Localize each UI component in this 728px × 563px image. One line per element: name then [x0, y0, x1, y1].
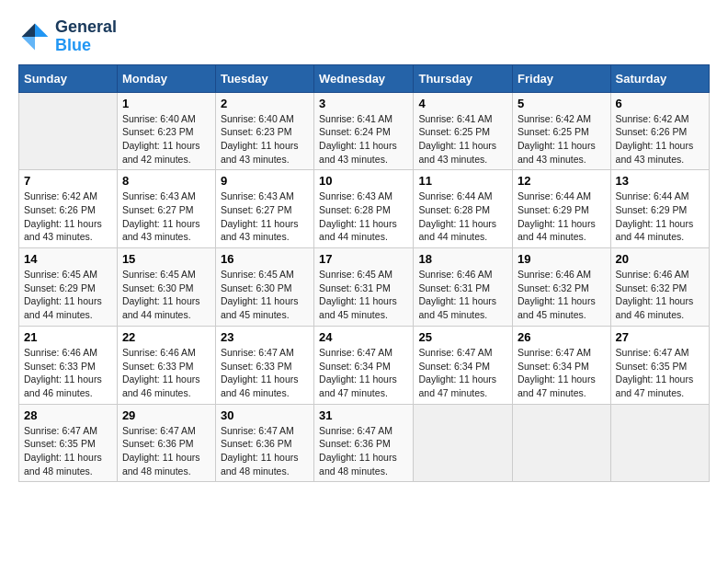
day-info: Sunrise: 6:47 AM Sunset: 6:34 PM Dayligh…	[418, 346, 507, 400]
calendar-cell: 11Sunrise: 6:44 AM Sunset: 6:28 PM Dayli…	[414, 170, 513, 248]
day-number: 24	[319, 330, 408, 344]
day-info: Sunrise: 6:47 AM Sunset: 6:34 PM Dayligh…	[319, 346, 408, 400]
calendar-cell: 8Sunrise: 6:43 AM Sunset: 6:27 PM Daylig…	[117, 170, 215, 248]
day-number: 26	[518, 330, 606, 344]
svg-marker-1	[22, 23, 35, 36]
day-info: Sunrise: 6:45 AM Sunset: 6:30 PM Dayligh…	[221, 268, 309, 322]
day-info: Sunrise: 6:44 AM Sunset: 6:28 PM Dayligh…	[418, 190, 507, 244]
calendar-cell: 16Sunrise: 6:45 AM Sunset: 6:30 PM Dayli…	[215, 248, 313, 327]
calendar-cell: 23Sunrise: 6:47 AM Sunset: 6:33 PM Dayli…	[215, 326, 313, 404]
day-info: Sunrise: 6:40 AM Sunset: 6:23 PM Dayligh…	[221, 112, 309, 167]
calendar-cell: 7Sunrise: 6:42 AM Sunset: 6:26 PM Daylig…	[19, 170, 118, 248]
logo-icon	[18, 20, 51, 53]
logo-text: General Blue	[55, 18, 117, 55]
day-number: 25	[418, 330, 507, 344]
calendar-cell: 30Sunrise: 6:47 AM Sunset: 6:36 PM Dayli…	[215, 404, 313, 482]
calendar-header-cell: Saturday	[610, 64, 709, 92]
calendar-cell: 20Sunrise: 6:46 AM Sunset: 6:32 PM Dayli…	[610, 248, 709, 327]
calendar-cell: 17Sunrise: 6:45 AM Sunset: 6:31 PM Dayli…	[314, 248, 414, 327]
calendar-cell: 21Sunrise: 6:46 AM Sunset: 6:33 PM Dayli…	[19, 326, 118, 404]
calendar-cell: 13Sunrise: 6:44 AM Sunset: 6:29 PM Dayli…	[610, 170, 709, 248]
day-info: Sunrise: 6:47 AM Sunset: 6:35 PM Dayligh…	[616, 346, 704, 400]
day-number: 7	[24, 174, 112, 188]
day-number: 10	[319, 174, 408, 188]
day-number: 11	[418, 174, 507, 188]
logo: General Blue	[18, 18, 117, 55]
day-info: Sunrise: 6:41 AM Sunset: 6:24 PM Dayligh…	[319, 112, 408, 167]
day-number: 12	[518, 174, 606, 188]
day-info: Sunrise: 6:46 AM Sunset: 6:31 PM Dayligh…	[418, 268, 507, 322]
day-info: Sunrise: 6:46 AM Sunset: 6:32 PM Dayligh…	[616, 268, 704, 322]
calendar-cell: 9Sunrise: 6:43 AM Sunset: 6:27 PM Daylig…	[215, 170, 313, 248]
day-number: 1	[122, 97, 210, 110]
day-info: Sunrise: 6:44 AM Sunset: 6:29 PM Dayligh…	[518, 190, 606, 244]
day-number: 27	[616, 330, 704, 344]
calendar-cell: 1Sunrise: 6:40 AM Sunset: 6:23 PM Daylig…	[117, 92, 215, 170]
day-number: 28	[24, 408, 112, 422]
day-number: 30	[221, 408, 309, 422]
calendar-header-cell: Friday	[513, 64, 611, 92]
day-info: Sunrise: 6:45 AM Sunset: 6:31 PM Dayligh…	[319, 268, 408, 322]
day-number: 20	[616, 252, 704, 266]
day-number: 18	[418, 252, 507, 266]
calendar-header-cell: Thursday	[414, 64, 513, 92]
page-header: General Blue	[18, 18, 710, 55]
calendar-cell: 12Sunrise: 6:44 AM Sunset: 6:29 PM Dayli…	[513, 170, 611, 248]
day-number: 21	[24, 330, 112, 344]
calendar-body: 1Sunrise: 6:40 AM Sunset: 6:23 PM Daylig…	[19, 92, 710, 482]
calendar-cell	[414, 404, 513, 482]
calendar-header-cell: Tuesday	[215, 64, 313, 92]
day-info: Sunrise: 6:42 AM Sunset: 6:26 PM Dayligh…	[24, 190, 112, 244]
day-number: 29	[122, 408, 210, 422]
day-info: Sunrise: 6:46 AM Sunset: 6:33 PM Dayligh…	[122, 346, 210, 400]
day-number: 3	[319, 97, 408, 110]
day-number: 17	[319, 252, 408, 266]
calendar-cell: 24Sunrise: 6:47 AM Sunset: 6:34 PM Dayli…	[314, 326, 414, 404]
day-info: Sunrise: 6:47 AM Sunset: 6:34 PM Dayligh…	[518, 346, 606, 400]
calendar-week-row: 28Sunrise: 6:47 AM Sunset: 6:35 PM Dayli…	[19, 404, 710, 482]
day-info: Sunrise: 6:46 AM Sunset: 6:33 PM Dayligh…	[24, 346, 112, 400]
calendar-cell: 10Sunrise: 6:43 AM Sunset: 6:28 PM Dayli…	[314, 170, 414, 248]
day-number: 23	[221, 330, 309, 344]
day-number: 22	[122, 330, 210, 344]
calendar-cell: 3Sunrise: 6:41 AM Sunset: 6:24 PM Daylig…	[314, 92, 414, 170]
day-number: 2	[221, 97, 309, 110]
calendar-cell: 31Sunrise: 6:47 AM Sunset: 6:36 PM Dayli…	[314, 404, 414, 482]
calendar-cell: 18Sunrise: 6:46 AM Sunset: 6:31 PM Dayli…	[414, 248, 513, 327]
day-number: 14	[24, 252, 112, 266]
calendar-week-row: 1Sunrise: 6:40 AM Sunset: 6:23 PM Daylig…	[19, 92, 710, 170]
day-number: 9	[221, 174, 309, 188]
calendar-cell: 27Sunrise: 6:47 AM Sunset: 6:35 PM Dayli…	[610, 326, 709, 404]
day-info: Sunrise: 6:42 AM Sunset: 6:26 PM Dayligh…	[616, 112, 704, 167]
calendar-table: SundayMondayTuesdayWednesdayThursdayFrid…	[18, 64, 710, 483]
day-info: Sunrise: 6:47 AM Sunset: 6:36 PM Dayligh…	[122, 424, 210, 478]
day-info: Sunrise: 6:40 AM Sunset: 6:23 PM Dayligh…	[122, 112, 210, 167]
calendar-header-cell: Sunday	[19, 64, 118, 92]
calendar-header-cell: Monday	[117, 64, 215, 92]
calendar-header-cell: Wednesday	[314, 64, 414, 92]
calendar-cell: 28Sunrise: 6:47 AM Sunset: 6:35 PM Dayli…	[19, 404, 118, 482]
calendar-week-row: 7Sunrise: 6:42 AM Sunset: 6:26 PM Daylig…	[19, 170, 710, 248]
calendar-cell	[610, 404, 709, 482]
day-number: 19	[518, 252, 606, 266]
calendar-cell: 2Sunrise: 6:40 AM Sunset: 6:23 PM Daylig…	[215, 92, 313, 170]
calendar-cell: 14Sunrise: 6:45 AM Sunset: 6:29 PM Dayli…	[19, 248, 118, 327]
calendar-cell: 4Sunrise: 6:41 AM Sunset: 6:25 PM Daylig…	[414, 92, 513, 170]
calendar-cell: 29Sunrise: 6:47 AM Sunset: 6:36 PM Dayli…	[117, 404, 215, 482]
day-number: 4	[418, 97, 507, 110]
calendar-cell: 6Sunrise: 6:42 AM Sunset: 6:26 PM Daylig…	[610, 92, 709, 170]
svg-marker-0	[35, 23, 48, 36]
calendar-cell: 5Sunrise: 6:42 AM Sunset: 6:25 PM Daylig…	[513, 92, 611, 170]
day-info: Sunrise: 6:47 AM Sunset: 6:35 PM Dayligh…	[24, 424, 112, 478]
day-number: 31	[319, 408, 408, 422]
day-info: Sunrise: 6:43 AM Sunset: 6:28 PM Dayligh…	[319, 190, 408, 244]
day-info: Sunrise: 6:43 AM Sunset: 6:27 PM Dayligh…	[122, 190, 210, 244]
day-number: 8	[122, 174, 210, 188]
day-number: 13	[616, 174, 704, 188]
day-number: 16	[221, 252, 309, 266]
day-info: Sunrise: 6:47 AM Sunset: 6:33 PM Dayligh…	[221, 346, 309, 400]
day-info: Sunrise: 6:43 AM Sunset: 6:27 PM Dayligh…	[221, 190, 309, 244]
calendar-cell	[513, 404, 611, 482]
day-number: 15	[122, 252, 210, 266]
day-info: Sunrise: 6:47 AM Sunset: 6:36 PM Dayligh…	[319, 424, 408, 478]
